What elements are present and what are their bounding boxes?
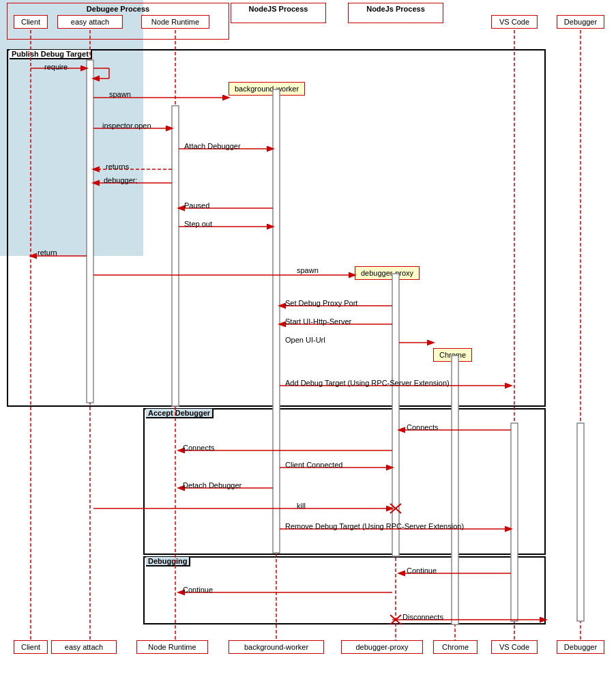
background-worker-component: background-worker — [229, 82, 305, 96]
frame-publish-label: Publish Debug Target — [10, 50, 92, 59]
actor-vscode-bot: VS Code — [491, 640, 538, 654]
debugee-process-label: Debugee Process — [87, 5, 149, 13]
msg-step-out: Step out — [184, 220, 212, 228]
msg-client-connected: Client Connected — [285, 461, 342, 469]
msg-attach-debugger: Attach Debugger — [184, 142, 241, 150]
actor-easy-attach-top: easy attach — [57, 15, 123, 29]
msg-paused: Paused — [184, 201, 209, 210]
msg-connects-1: Connects — [407, 423, 438, 431]
msg-debugger-semi: debugger; — [104, 176, 138, 184]
nodejs-process1-box: NodeJS Process — [231, 3, 326, 23]
msg-inspector-open: inspector.open — [102, 121, 151, 130]
diagram-container: Debugee Process NodeJS Process NodeJs Pr… — [0, 0, 616, 675]
actor-easy-attach-bot: easy attach — [51, 640, 117, 654]
msg-spawn-1: spawn — [109, 90, 131, 98]
actor-chrome-bot: Chrome — [433, 640, 478, 654]
nodejs-process2-label: NodeJs Process — [366, 5, 425, 13]
actor-background-worker-bot: background-worker — [229, 640, 324, 654]
msg-start-ui-http: Start UI-Http-Server — [285, 317, 351, 326]
msg-add-debug-target: Add Debug Target (Using RPC-Server Exten… — [285, 379, 450, 387]
actor-debugger-bot: Debugger — [557, 640, 604, 654]
svg-rect-14 — [577, 423, 584, 621]
actor-node-runtime-bot: Node Runtime — [136, 640, 208, 654]
nodejs-process1-label: NodeJS Process — [249, 5, 308, 13]
msg-kill: kill — [297, 502, 306, 510]
msg-returns: returns — [106, 162, 129, 171]
actor-debugger-top: Debugger — [557, 15, 604, 29]
frame-debugging-label: Debugging — [146, 557, 190, 566]
msg-open-ui-url: Open UI-Url — [285, 336, 325, 344]
chrome-component: Chrome — [433, 348, 472, 362]
nodejs-process2-box: NodeJs Process — [348, 3, 443, 23]
msg-connects-2: Connects — [183, 444, 214, 452]
msg-continue-2: Continue — [183, 586, 213, 594]
msg-detach-debugger: Detach Debugger — [183, 481, 241, 489]
frame-accept-label: Accept Debugger — [146, 409, 214, 418]
actor-client-top: Client — [14, 15, 48, 29]
msg-disconnects: Disconnects — [402, 613, 443, 621]
msg-spawn-2: spawn — [297, 266, 319, 274]
msg-return: return — [38, 248, 57, 257]
msg-require: require — [44, 63, 68, 71]
actor-debugger-proxy-bot: debugger-proxy — [341, 640, 423, 654]
msg-continue-1: Continue — [407, 566, 437, 575]
msg-remove-debug-target: Remove Debug Target (Using RPC-Server Ex… — [285, 522, 464, 530]
actor-node-runtime-top: Node Runtime — [141, 15, 209, 29]
debugger-proxy-component: debugger-proxy — [355, 266, 420, 280]
actor-client-bot: Client — [14, 640, 48, 654]
actor-vscode-top: VS Code — [491, 15, 538, 29]
msg-set-debug-proxy-port: Set Debug Proxy Port — [285, 299, 357, 307]
